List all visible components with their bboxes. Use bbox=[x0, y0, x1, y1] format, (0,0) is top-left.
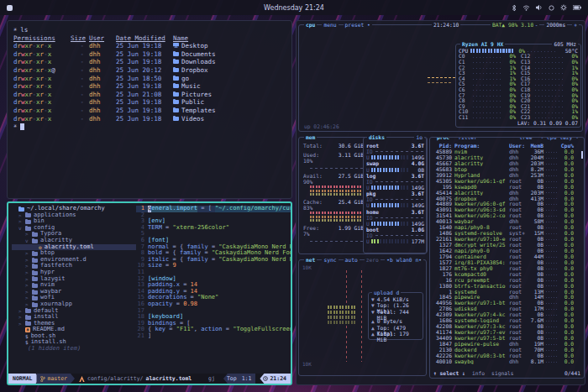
proc-signals-button[interactable]: signals bbox=[491, 370, 514, 376]
proc-row[interactable]: 22161kworker/u97:10-eroot0B0.0 bbox=[433, 236, 581, 242]
proc-row[interactable]: 1327dmcrypt_write/25root0B0.0 bbox=[433, 242, 581, 248]
file-path[interactable]: config/alacritty/alacritty.toml bbox=[75, 374, 196, 384]
proc-select-keys[interactable]: ↑ select ↓ bbox=[433, 370, 465, 376]
tree-item[interactable]: >fastfetch bbox=[12, 263, 136, 269]
tab-cpu[interactable]: cpu bbox=[304, 22, 317, 28]
proc-row[interactable]: 1486systemd-resolvesyst+15M0.0 bbox=[433, 230, 581, 236]
tab-net[interactable]: net bbox=[304, 257, 317, 263]
proc-row[interactable]: 42226kworker/u98:3-btroot0B0.0 bbox=[433, 353, 581, 358]
git-branch[interactable]: master bbox=[36, 374, 74, 384]
tree-item[interactable]: (1 hidden item) bbox=[12, 346, 136, 353]
ls-name[interactable]: Templates bbox=[173, 107, 286, 115]
ls-name[interactable]: Dropbox bbox=[173, 66, 286, 75]
net-zero-button[interactable]: zero bbox=[365, 257, 381, 263]
interval-minus-button[interactable]: - bbox=[533, 22, 540, 28]
proc-row[interactable]: 2786udisksdroot17M0.0 bbox=[433, 306, 581, 311]
ls-name[interactable]: Pictures bbox=[173, 91, 286, 99]
tree-item[interactable]: >nvim bbox=[12, 282, 136, 289]
proc-col-Program:[interactable]: Program: bbox=[454, 143, 507, 149]
tree-item[interactable]: >bin bbox=[12, 218, 136, 225]
proc-row[interactable]: 39912Hyprlanddhh253M0.0 bbox=[433, 172, 581, 178]
proc-row[interactable]: 45683btopdhh8.2M0.0 bbox=[433, 166, 581, 172]
code-line[interactable]: 16opacity = 0.98 bbox=[136, 301, 291, 308]
idle-inhibitor-icon[interactable] bbox=[549, 5, 554, 11]
proc-row[interactable]: 45305kworker/u96:1-gfroot0B0.0 bbox=[433, 178, 581, 184]
tree-item[interactable]: >themes bbox=[12, 321, 136, 327]
proc-row[interactable]: 44889kworker/u96:0-gfroot0B0.0 bbox=[433, 201, 581, 206]
ls-name[interactable]: Videos bbox=[173, 115, 286, 123]
ls-name[interactable]: Music bbox=[173, 82, 286, 91]
proc-row[interactable]: 40075dropboxdhh413M0.0 bbox=[433, 196, 581, 201]
code-buffer[interactable]: 1general.import = [ "~/.config/omarchy/c… bbox=[136, 203, 291, 374]
tree-item[interactable]: >install bbox=[12, 314, 136, 321]
proc-row[interactable]: 44956kworker/u97:1-btroot0B0.0 bbox=[433, 300, 581, 306]
proc-row[interactable]: 45889nvimdhh36M0.0 bbox=[433, 149, 581, 154]
ls-name[interactable]: Desktop bbox=[173, 42, 286, 50]
proc-tree-button[interactable]: tree bbox=[517, 137, 533, 140]
proc-row[interactable]: 1845pipewiredhh14M0.0 bbox=[433, 294, 581, 300]
proc-row[interactable]: 1794containerdroot44M0.0 bbox=[433, 253, 581, 259]
proc-row[interactable]: 45667alacrittydhh203M0.0 bbox=[433, 160, 581, 166]
proc-scrollbar[interactable] bbox=[581, 151, 584, 159]
proc-col-Pid:[interactable]: Pid: bbox=[433, 143, 452, 149]
proc-sort-selector[interactable]: • cpu lazy • bbox=[539, 137, 581, 140]
proc-row[interactable]: 1642napi/phy0-0root0B0.0 bbox=[433, 248, 581, 253]
net-sync-button[interactable]: sync bbox=[322, 257, 338, 263]
battery-icon[interactable] bbox=[573, 5, 581, 10]
tree-item[interactable]: ⚙alacritty.toml bbox=[12, 244, 136, 251]
ls-name[interactable]: Public bbox=[173, 98, 286, 107]
proc-row[interactable]: 1686systemd-logindroot7.6M0.0 bbox=[433, 317, 581, 323]
tree-item[interactable]: >hypr bbox=[12, 269, 136, 276]
proc-row[interactable]: 40010swaybgdhh8.1M0.0 bbox=[433, 358, 581, 364]
proc-row[interactable]: 16rcu_preemptroot0B0.0 bbox=[433, 277, 581, 283]
tree-item[interactable]: >default bbox=[12, 308, 136, 315]
code-line[interactable]: 21] bbox=[136, 333, 291, 340]
code-line[interactable]: 4TERM = "xterm-256color" bbox=[136, 225, 291, 232]
ls-name[interactable]: go bbox=[173, 75, 286, 83]
ls-name[interactable]: Documents bbox=[173, 50, 286, 59]
proc-row[interactable]: 42208kworker/u97:3-kcroot0B0.0 bbox=[433, 323, 581, 329]
ls-name[interactable]: Downloads bbox=[173, 58, 286, 66]
bluetooth-icon[interactable] bbox=[512, 4, 517, 12]
proc-columns-header[interactable]: Pid:Program:User:MemBCpu% bbox=[433, 143, 581, 149]
prompt-line-empty[interactable]: ✳ bbox=[13, 123, 286, 131]
proc-info-button[interactable]: info bbox=[472, 370, 485, 376]
tree-item[interactable]: >environment.d bbox=[12, 257, 136, 264]
proc-col-User:[interactable]: User: bbox=[509, 143, 526, 149]
proc-row[interactable]: 1640napi/phy0-8root0B0.0 bbox=[433, 224, 581, 230]
proc-col-Cpu%[interactable]: Cpu% bbox=[560, 143, 574, 149]
code-line[interactable]: 20{ key = "F11", action = "ToggleFullscr… bbox=[136, 327, 291, 333]
wifi-icon[interactable] bbox=[522, 5, 530, 11]
net-interface[interactable]: •b wlan0 n• bbox=[385, 257, 423, 263]
tree-item[interactable]: >lazygit bbox=[12, 276, 136, 283]
proc-row[interactable]: 41174kworker/u97:7-evroot0B0.0 bbox=[433, 329, 581, 335]
proc-col-MemB[interactable]: MemB bbox=[528, 143, 543, 149]
tree-item[interactable]: >waybar bbox=[12, 289, 136, 295]
proc-row[interactable]: 40013waybardhh58M0.0 bbox=[433, 218, 581, 224]
settings-icon[interactable] bbox=[560, 4, 567, 11]
proc-row[interactable]: 45414alacrittydhh203M0.0 bbox=[433, 190, 581, 196]
proc-row[interactable]: 31541kworker/u96:2-coroot0B0.0 bbox=[433, 212, 581, 218]
proc-row[interactable]: 1systemdroot13M0.0 bbox=[433, 289, 581, 295]
tree-item[interactable]: vconfig bbox=[12, 225, 136, 232]
proc-filter-button[interactable]: filter bbox=[456, 137, 479, 140]
proc-row[interactable]: 2130dockerdroot70M0.0 bbox=[433, 347, 581, 353]
tree-item[interactable]: >Typora bbox=[12, 231, 136, 238]
code-line[interactable]: 10size = 9 bbox=[136, 263, 291, 269]
proc-row[interactable]: 1827mt76-tx phy0root0B0.0 bbox=[433, 265, 581, 271]
proc-row[interactable]: 195kswapd0root0B0.0 bbox=[433, 184, 581, 190]
proc-row[interactable]: 1847pipewire-pulsedhh19M0.0 bbox=[433, 341, 581, 347]
net-auto-button[interactable]: auto bbox=[344, 257, 360, 263]
tab-proc[interactable]: proc bbox=[435, 137, 451, 140]
proc-row[interactable]: 45730alacrittydhh204M0.0 bbox=[433, 154, 581, 160]
proc-row[interactable]: 42309kworker/u97:4-kcroot0B0.0 bbox=[433, 311, 581, 317]
tree-item[interactable]: >xournalpp bbox=[12, 301, 136, 308]
proc-row[interactable]: 1577irq/81-PIXA3854:root0B0.0 bbox=[433, 259, 581, 265]
proc-row[interactable]: 34409kworker/u97:5-btroot0B0.0 bbox=[433, 335, 581, 341]
code-line[interactable]: 1general.import = [ "~/.config/omarchy/c… bbox=[136, 206, 291, 212]
interval-plus-button[interactable]: + bbox=[572, 22, 579, 28]
proc-row[interactable]: 1380btrfs-transactioroot0B0.0 bbox=[433, 283, 581, 289]
proc-row[interactable]: 43091kworker/u96:3-sdroot0B0.0 bbox=[433, 206, 581, 212]
proc-row[interactable]: 176kcompactd0root0B0.0 bbox=[433, 271, 581, 277]
volume-icon[interactable] bbox=[536, 4, 543, 11]
